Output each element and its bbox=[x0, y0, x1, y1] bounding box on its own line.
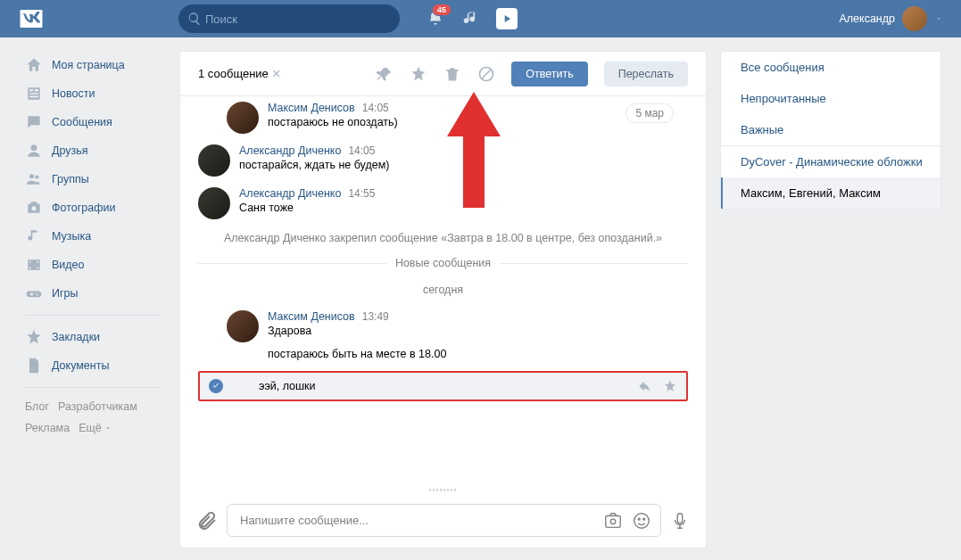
message-text: Саня тоже bbox=[239, 202, 688, 214]
filter-chat-active[interactable]: Максим, Евгений, Максим bbox=[721, 177, 940, 209]
compose-input[interactable] bbox=[236, 505, 603, 536]
sidebar-item-music[interactable]: Музыка bbox=[20, 222, 166, 251]
footer-link-ads[interactable]: Реклама bbox=[25, 422, 70, 434]
sidebar-item-label: Моя страница bbox=[52, 59, 125, 71]
pin-icon[interactable] bbox=[376, 65, 394, 83]
search-input[interactable] bbox=[178, 4, 400, 33]
music-button[interactable] bbox=[453, 0, 489, 37]
message-row[interactable]: Александр Диченко 14:55 Саня тоже bbox=[198, 182, 688, 225]
message-time: 13:49 bbox=[362, 310, 389, 323]
footer-link-devs[interactable]: Разработчикам bbox=[58, 400, 137, 413]
filter-chat-dycover[interactable]: DyCover - Динамические обложки bbox=[721, 146, 940, 177]
selected-count-label: 1 сообщение bbox=[198, 67, 269, 80]
sidebar-item-games[interactable]: Игры bbox=[20, 279, 166, 308]
sidebar-footer-links: Блог Разработчикам Реклама Ещё bbox=[20, 395, 166, 440]
message-author[interactable]: Александр Диченко bbox=[239, 144, 341, 157]
filter-important[interactable]: Важные bbox=[721, 114, 940, 145]
avatar bbox=[198, 144, 230, 177]
star-icon[interactable] bbox=[663, 379, 677, 393]
vk-logo[interactable] bbox=[18, 5, 45, 32]
search-icon bbox=[187, 12, 202, 26]
sidebar-item-label: Новости bbox=[52, 87, 95, 100]
header-icons: 45 bbox=[418, 0, 525, 37]
sidebar-item-bookmarks[interactable]: Закладки bbox=[20, 323, 166, 351]
sidebar-item-label: Фотографии bbox=[52, 202, 115, 214]
filters-panel: Все сообщения Непрочитанные Важные DyCov… bbox=[720, 51, 941, 210]
svg-point-3 bbox=[32, 206, 37, 210]
avatar bbox=[227, 310, 259, 342]
mic-icon[interactable] bbox=[670, 511, 690, 531]
film-icon bbox=[25, 256, 43, 274]
search-wrap bbox=[178, 4, 400, 33]
note-icon bbox=[25, 227, 43, 245]
sidebar-item-my-page[interactable]: Моя страница bbox=[20, 51, 166, 79]
sidebar-item-groups[interactable]: Группы bbox=[20, 165, 166, 194]
message-time: 14:05 bbox=[348, 144, 375, 157]
message-row[interactable]: Александр Диченко 14:05 постарайся, ждат… bbox=[198, 139, 688, 182]
notifications-button[interactable]: 45 bbox=[418, 0, 453, 37]
emoji-icon[interactable] bbox=[632, 511, 651, 531]
message-author[interactable]: Александр Диченко bbox=[239, 187, 341, 200]
groups-icon bbox=[25, 170, 43, 188]
camera-icon bbox=[25, 199, 43, 217]
user-name-label: Александр bbox=[839, 12, 895, 25]
friends-icon bbox=[25, 142, 43, 160]
sidebar-item-friends[interactable]: Друзья bbox=[20, 136, 166, 165]
reply-button[interactable]: Ответить bbox=[511, 62, 587, 86]
messages-icon bbox=[25, 113, 43, 131]
chat-header: 1 сообщение × Ответить Переслать bbox=[180, 52, 706, 96]
day-label: сегодня bbox=[198, 275, 688, 305]
compose-bar bbox=[180, 492, 706, 548]
svg-point-9 bbox=[638, 518, 640, 520]
star-icon bbox=[25, 328, 43, 346]
svg-point-0 bbox=[31, 144, 37, 151]
filter-all[interactable]: Все сообщения bbox=[721, 52, 940, 83]
sidebar: Моя страница Новости Сообщения Друзья Гр… bbox=[20, 51, 166, 548]
forward-button[interactable]: Переслать bbox=[604, 62, 688, 86]
deselect-button[interactable]: × bbox=[272, 65, 281, 83]
sidebar-item-label: Сообщения bbox=[52, 116, 112, 128]
message-time: 14:55 bbox=[348, 187, 375, 200]
star-icon[interactable] bbox=[410, 65, 427, 83]
svg-line-5 bbox=[482, 70, 491, 78]
news-icon bbox=[25, 85, 43, 103]
sidebar-item-video[interactable]: Видео bbox=[20, 251, 166, 279]
trash-icon[interactable] bbox=[443, 65, 461, 83]
selected-message[interactable]: ээй, лошки bbox=[198, 371, 688, 401]
sidebar-item-label: Закладки bbox=[52, 331, 100, 343]
svg-point-1 bbox=[29, 174, 34, 178]
home-icon bbox=[25, 56, 43, 74]
sidebar-item-label: Видео bbox=[52, 259, 85, 271]
notifications-badge: 45 bbox=[432, 4, 452, 16]
sidebar-item-photos[interactable]: Фотографии bbox=[20, 194, 166, 222]
sidebar-item-label: Документы bbox=[52, 359, 109, 372]
gamepad-icon bbox=[25, 284, 43, 302]
svg-point-8 bbox=[634, 513, 650, 528]
header: 45 Александр bbox=[0, 0, 961, 37]
message-author[interactable]: Максим Денисов bbox=[268, 102, 355, 114]
message-author[interactable]: Максим Денисов bbox=[268, 310, 355, 323]
footer-link-more[interactable]: Ещё bbox=[79, 422, 112, 434]
message-text: постараюсь не опоздать) bbox=[268, 116, 688, 128]
message-row[interactable]: Максим Денисов 14:05 постараюсь не опозд… bbox=[198, 96, 688, 139]
sidebar-item-label: Музыка bbox=[52, 230, 91, 243]
reply-icon[interactable] bbox=[638, 379, 652, 393]
avatar bbox=[198, 187, 230, 219]
chat-body[interactable]: 5 мар Максим Денисов 14:05 постараюсь не… bbox=[180, 96, 706, 487]
sidebar-item-messages[interactable]: Сообщения bbox=[20, 108, 166, 136]
chevron-down-icon bbox=[934, 14, 943, 23]
sidebar-item-news[interactable]: Новости bbox=[20, 79, 166, 108]
user-menu[interactable]: Александр bbox=[830, 6, 952, 31]
footer-link-blog[interactable]: Блог bbox=[25, 400, 49, 413]
block-icon[interactable] bbox=[477, 65, 495, 83]
message-text: постарайся, ждать не будем) bbox=[239, 159, 688, 171]
doc-icon bbox=[25, 357, 43, 375]
message-text: постараюсь быть на месте в 18.00 bbox=[268, 348, 688, 360]
video-button[interactable] bbox=[489, 0, 525, 37]
message-row[interactable]: Максим Денисов 13:49 Здарова постараюсь … bbox=[198, 305, 688, 366]
photo-icon[interactable] bbox=[603, 511, 623, 531]
message-time: 14:05 bbox=[362, 102, 389, 114]
attach-icon[interactable] bbox=[196, 510, 218, 531]
filter-unread[interactable]: Непрочитанные bbox=[721, 83, 940, 114]
sidebar-item-docs[interactable]: Документы bbox=[20, 351, 166, 380]
